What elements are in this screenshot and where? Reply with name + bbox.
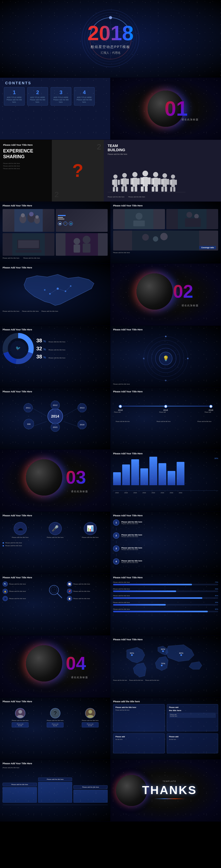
contents-num-1: 1 xyxy=(6,90,23,95)
col-title-2: Please add the title here xyxy=(39,778,71,780)
section-02-planet xyxy=(136,273,173,310)
thanks-slide: TEMPLATE THANKS xyxy=(110,760,221,822)
feature-label-1: Please add the title here xyxy=(9,583,26,585)
card-4-title: Please add xyxy=(169,736,216,738)
question-mark: ? xyxy=(72,161,84,180)
svg-rect-16 xyxy=(113,187,115,192)
svg-point-79 xyxy=(153,236,158,242)
row-timeline: Please Add Your Title Here 2014 2012 xyxy=(0,388,221,450)
step-title-4: Please add the title here xyxy=(121,560,142,562)
svg-point-121 xyxy=(162,650,164,652)
feature-item-1: 🔍 Please add the title here xyxy=(3,582,43,587)
bar-3 xyxy=(131,459,139,485)
section-03-planet xyxy=(26,459,62,496)
feature-icon-1: 🔍 xyxy=(3,582,8,587)
card-3-title: Please add xyxy=(116,736,162,738)
feature-icon-4: 📈 xyxy=(67,582,72,587)
svg-rect-21 xyxy=(127,179,129,184)
section-03-number: 03 xyxy=(66,468,86,487)
world-map-svg: 90% 60% 80% 70% xyxy=(113,642,218,681)
photo-team-svg xyxy=(56,233,108,256)
svg-rect-15 xyxy=(118,180,120,185)
section-02-label: 请在此加标题 xyxy=(182,304,199,307)
svg-rect-37 xyxy=(153,178,158,187)
icon-item-1: ☁ Please add the title here xyxy=(12,522,29,538)
icon-item-3: 📊 Please add the title here xyxy=(82,522,99,538)
photo-1 xyxy=(3,209,55,232)
coverage-sub: Please add the title here xyxy=(113,252,218,253)
step-desc-1: Please add the title here xyxy=(121,523,142,524)
progress-bar-fill-3 xyxy=(113,597,202,599)
step-num-4: 4 xyxy=(116,560,117,563)
china-map-svg xyxy=(3,271,108,312)
tl-desc-1: Please add the title here xyxy=(116,421,134,422)
photo-4 xyxy=(56,233,108,256)
team-sub2: Please add the title here xyxy=(128,196,145,197)
svg-point-75 xyxy=(194,214,199,219)
row-avatar-cards: Please Add Your Title Here Please add th… xyxy=(0,698,221,760)
svg-rect-23 xyxy=(125,186,127,192)
svg-rect-69 xyxy=(83,244,91,253)
timeline-2-slide: Please Add Your Title Here 2016 Please a… xyxy=(110,388,221,450)
process-title: Please Add Your Title Here xyxy=(113,514,218,517)
progress-label-5: Please add the title here xyxy=(113,609,130,610)
step-title-2: Please add the title here xyxy=(121,534,142,536)
section-03-slide: 03 请在此加标题 xyxy=(0,450,110,512)
svg-text:70%: 70% xyxy=(161,662,165,665)
contents-item-2: 2 ADD TITLE HEREPlease add the title her… xyxy=(27,87,48,105)
feature-item-6: 📋 Please add the title here xyxy=(67,596,108,601)
map-sub1: Please add the title here xyxy=(3,310,20,312)
experience-slide: Please Add Your Title Here EXPERIENCESHA… xyxy=(0,140,221,202)
card-3: Please add the title here xyxy=(113,734,165,754)
svg-point-102 xyxy=(165,336,166,337)
svg-rect-13 xyxy=(114,179,117,187)
card-4: Please add the title here xyxy=(167,734,218,754)
lightbulb-sub: Please add the title here xyxy=(113,383,218,385)
step-num-3: 3 xyxy=(116,547,117,550)
features-title: Please Add Your Title Here xyxy=(3,576,108,579)
exp-slide-title: Please Add Your Title Here xyxy=(3,144,49,146)
lightbulb-slide: Please Add Your Title Here 💡 xyxy=(110,326,221,388)
card-2-subtitle: the title here xyxy=(169,709,216,712)
bar-2 xyxy=(122,464,130,485)
barchart-title: Please Add Your Title Here xyxy=(113,452,218,455)
svg-point-8 xyxy=(109,16,112,19)
svg-text:💡: 💡 xyxy=(162,355,169,362)
tl-point-3: 2016 Please add xyxy=(206,405,216,413)
contents-label-1: ADD TITLE HEREPlease add the title here. xyxy=(6,96,23,103)
feature-icon-3: ⚙ xyxy=(3,596,8,601)
feature-label-4: Please add the title here xyxy=(73,583,90,585)
avatar-3 xyxy=(85,708,95,718)
exp-sub1: Please add the title here xyxy=(3,163,49,164)
svg-rect-38 xyxy=(151,178,154,185)
bar-5 xyxy=(149,457,157,485)
svg-rect-46 xyxy=(161,187,164,192)
process-step-1: 1 Please add the title here Please add t… xyxy=(113,520,218,526)
step-title-3: Please add the title here xyxy=(121,547,142,549)
card-2-title: Please add xyxy=(169,707,216,708)
section-04-slide: 04 请在此加标题 xyxy=(0,636,110,698)
svg-text:90%: 90% xyxy=(130,652,134,654)
contents-slide: CONTENTS 1 ADD TITLE HEREPlease add the … xyxy=(0,78,110,140)
col-title-1: Please add the title here xyxy=(4,784,36,785)
col-title-3: Please add the title here xyxy=(74,786,106,788)
card-2: Please add the title here Please addthe … xyxy=(167,704,218,731)
bar-year-1: 2016 xyxy=(113,492,121,494)
bar-year-8: 2016 xyxy=(177,492,184,494)
svg-point-80 xyxy=(160,233,167,240)
card-1-desc: Please add the title here xyxy=(116,709,162,711)
svg-point-58 xyxy=(21,213,25,217)
cloud-icon-symbol: ☁ xyxy=(18,525,23,532)
photo-2: 📧 📱 🌐 xyxy=(56,209,108,232)
svg-rect-52 xyxy=(170,187,172,192)
avatar-2: ? xyxy=(50,708,60,718)
progress-value-3: 85% xyxy=(215,595,218,596)
thanks-divider xyxy=(154,799,185,799)
process-step-4: 4 Please add the title here Please add t… xyxy=(113,558,218,565)
feature-item-4: 📈 Please add the title here xyxy=(67,582,108,587)
stat-3-value: 38 xyxy=(36,354,42,360)
progress-item-3: Please add the title here 85% xyxy=(113,595,218,599)
progress-label-1: Please add the title here xyxy=(113,582,130,583)
section-04-planet xyxy=(26,645,62,682)
contents-item-4: 4 ADD TITLE HEREPlease add the title her… xyxy=(74,87,95,105)
